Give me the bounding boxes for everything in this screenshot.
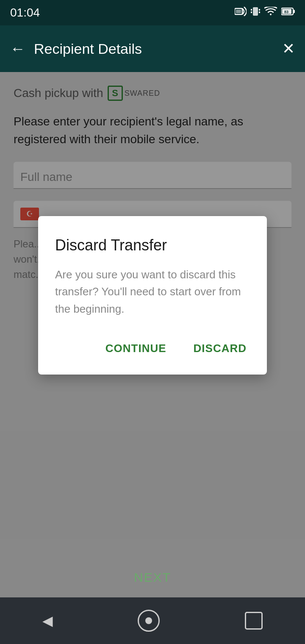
next-area: NEXT bbox=[0, 570, 305, 585]
status-time: 01:04 bbox=[10, 6, 40, 19]
nav-back-button[interactable]: ◀ bbox=[42, 613, 53, 629]
wifi-icon bbox=[264, 7, 277, 19]
background-content: Cash pickup with S SWARED Please enter y… bbox=[0, 72, 305, 597]
svg-rect-5 bbox=[259, 9, 260, 11]
dialog-title: Discard Transfer bbox=[55, 236, 250, 254]
cast-icon bbox=[235, 7, 247, 19]
next-label[interactable]: NEXT bbox=[134, 570, 171, 585]
dialog-overlay: Discard Transfer Are you sure you want t… bbox=[0, 72, 305, 597]
nav-home-icon bbox=[138, 610, 160, 632]
svg-rect-1 bbox=[236, 10, 241, 13]
nav-bar: ◀ bbox=[0, 597, 305, 644]
svg-rect-4 bbox=[251, 11, 252, 13]
nav-recents-icon bbox=[245, 612, 263, 630]
nav-back-icon: ◀ bbox=[42, 613, 53, 629]
nav-home-inner bbox=[145, 617, 152, 624]
back-button[interactable]: ← bbox=[10, 40, 25, 58]
dialog-actions: CONTINUE DISCARD bbox=[55, 338, 250, 359]
dialog-message: Are you sure you want to discard this tr… bbox=[55, 266, 250, 317]
svg-text:83: 83 bbox=[284, 10, 288, 14]
close-button[interactable]: ✕ bbox=[282, 40, 295, 58]
nav-recents-button[interactable] bbox=[245, 612, 263, 630]
svg-rect-3 bbox=[251, 9, 252, 11]
nav-home-button[interactable] bbox=[138, 610, 160, 632]
svg-rect-6 bbox=[259, 11, 260, 13]
status-bar: 01:04 bbox=[0, 0, 305, 25]
svg-rect-8 bbox=[293, 10, 295, 13]
discard-transfer-dialog: Discard Transfer Are you sure you want t… bbox=[38, 216, 267, 375]
svg-rect-2 bbox=[253, 7, 258, 16]
vibrate-icon bbox=[251, 6, 260, 20]
app-bar: ← Recipient Details ✕ bbox=[0, 25, 305, 72]
status-icons: 83 bbox=[235, 6, 295, 20]
discard-button[interactable]: DISCARD bbox=[190, 338, 250, 359]
battery-icon: 83 bbox=[281, 7, 295, 19]
continue-button[interactable]: CONTINUE bbox=[102, 338, 170, 359]
page-title: Recipient Details bbox=[34, 41, 274, 57]
